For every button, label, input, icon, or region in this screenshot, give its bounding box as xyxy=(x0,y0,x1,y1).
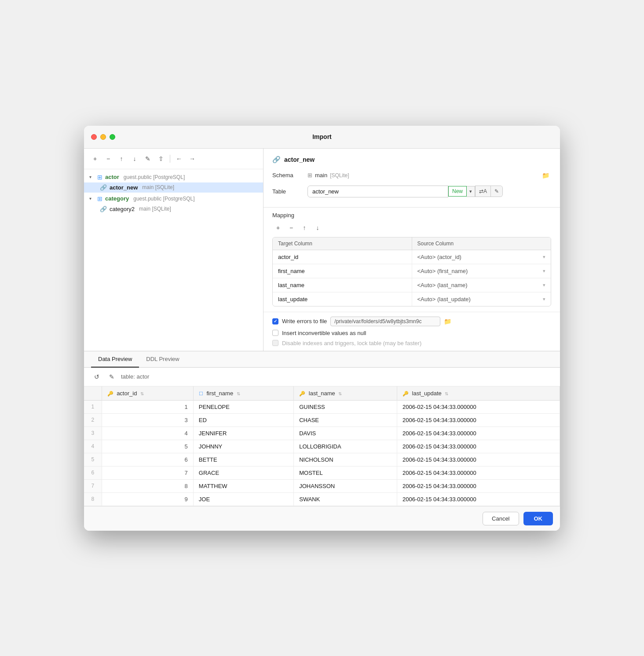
edit-icon-button[interactable]: ✎ xyxy=(490,186,502,197)
mapping-toolbar: + − ↑ ↓ xyxy=(272,222,551,233)
col-target-header: Target Column xyxy=(273,237,412,250)
table-row: 2 3 ED CHASE 2006-02-15 04:34:33.000000 xyxy=(84,413,560,426)
swap-icon-button[interactable]: ⇄A xyxy=(475,186,490,197)
source-last-name[interactable]: <Auto> (last_name) ▾ xyxy=(412,278,551,292)
link-icon: 🔗 xyxy=(272,156,281,164)
schema-icon: ⊞ xyxy=(307,172,312,179)
target-last-update: last_update xyxy=(273,292,412,306)
last-name-cell: MOSTEL xyxy=(294,466,397,479)
dialog-footer: Cancel OK xyxy=(84,506,560,531)
last-update-cell: 2006-02-15 04:34:33.000000 xyxy=(397,426,560,440)
dropdown-arrow-icon: ▾ xyxy=(543,282,545,288)
col-last-name-header[interactable]: 🔑 last_name ⇅ xyxy=(294,386,397,401)
move-out-button[interactable]: ⇧ xyxy=(155,153,167,164)
import-dialog: Import + − ↑ ↓ ✎ ⇧ ← → ▾ ⊞ xyxy=(84,126,560,531)
refresh-button[interactable]: ↺ xyxy=(91,371,102,383)
schema-name: main xyxy=(315,172,327,179)
chevron-down-icon: ▾ xyxy=(89,196,95,201)
mapping-label: Mapping xyxy=(272,208,551,222)
schema-value: ⊞ main [SQLite] xyxy=(307,172,349,179)
actor-label: actor xyxy=(105,174,119,180)
write-errors-row: Write errors to file 📁 xyxy=(272,317,551,326)
last-update-cell: 2006-02-15 04:34:33.000000 xyxy=(397,492,560,506)
data-preview-area: ↺ ✎ table: actor 🔑 actor_id ⇅ xyxy=(84,368,560,506)
ok-button[interactable]: OK xyxy=(523,512,553,525)
table-row: 5 6 BETTE NICHOLSON 2006-02-15 04:34:33.… xyxy=(84,453,560,466)
row-num: 4 xyxy=(84,440,102,453)
main-content: + − ↑ ↓ ✎ ⇧ ← → ▾ ⊞ actor guest.public [… xyxy=(84,149,560,351)
write-errors-checkbox[interactable] xyxy=(272,318,278,324)
new-badge-button[interactable]: New xyxy=(448,186,467,197)
source-last-update[interactable]: <Auto> (last_update) ▾ xyxy=(412,292,551,306)
category2-item[interactable]: 🔗 category2 main [SQLite] xyxy=(84,204,263,214)
mapping-down-button[interactable]: ↓ xyxy=(312,222,323,233)
window-title: Import xyxy=(312,133,332,140)
actor-id-cell: 5 xyxy=(102,440,193,453)
target-first-name: first_name xyxy=(273,264,412,278)
left-panel: + − ↑ ↓ ✎ ⇧ ← → ▾ ⊞ actor guest.public [… xyxy=(84,149,263,351)
col-last-update-header[interactable]: 🔑 last_update ⇅ xyxy=(397,386,560,401)
actor-new-item[interactable]: 🔗 actor_new main [SQLite] xyxy=(84,182,263,193)
forward-button[interactable]: → xyxy=(187,153,198,164)
insert-null-row: Insert inconvertible values as null xyxy=(272,330,551,336)
actor-id-cell: 9 xyxy=(102,492,193,506)
actor-new-label: actor_new xyxy=(110,184,138,191)
mapping-section: Mapping + − ↑ ↓ Target Column Source Col… xyxy=(263,208,560,312)
close-button[interactable] xyxy=(91,134,97,140)
minimize-button[interactable] xyxy=(100,134,106,140)
remove-button[interactable]: − xyxy=(102,153,114,164)
last-update-cell: 2006-02-15 04:34:33.000000 xyxy=(397,413,560,426)
table-dropdown-button[interactable]: ▾ xyxy=(467,186,475,197)
table-input[interactable] xyxy=(307,186,448,197)
data-table-wrap: 🔑 actor_id ⇅ ☐ first_name ⇅ 🔑 xyxy=(84,386,560,506)
move-up-button[interactable]: ↑ xyxy=(116,153,127,164)
tree-group-category-header[interactable]: ▾ ⊞ category guest.public [PostgreSQL] xyxy=(84,193,263,204)
edit-button[interactable]: ✎ xyxy=(142,153,154,164)
mapping-row-first-name: first_name <Auto> (first_name) ▾ xyxy=(273,264,551,278)
write-errors-path-input[interactable] xyxy=(330,317,440,326)
mapping-table-header: Target Column Source Column xyxy=(273,237,551,250)
first-name-cell: JENNIFER xyxy=(193,426,293,440)
back-button[interactable]: ← xyxy=(173,153,185,164)
cancel-button[interactable]: Cancel xyxy=(483,512,519,525)
mapping-up-button[interactable]: ↑ xyxy=(299,222,310,233)
table-icon-buttons: ⇄A ✎ xyxy=(475,186,503,197)
mapping-row-last-update: last_update <Auto> (last_update) ▾ xyxy=(273,292,551,306)
edit-preview-button[interactable]: ✎ xyxy=(106,371,117,383)
tab-ddl-preview[interactable]: DDL Preview xyxy=(139,351,186,368)
col-actor-id-header[interactable]: 🔑 actor_id ⇅ xyxy=(102,386,193,401)
schema-folder-button[interactable]: 📁 xyxy=(540,170,551,181)
tabs-bar: Data Preview DDL Preview xyxy=(84,351,560,368)
row-num: 8 xyxy=(84,492,102,506)
right-title: actor_new xyxy=(284,156,315,163)
mapping-row-last-name: last_name <Auto> (last_name) ▾ xyxy=(273,278,551,292)
last-name-cell: CHASE xyxy=(294,413,397,426)
maximize-button[interactable] xyxy=(110,134,115,140)
actor-id-cell: 1 xyxy=(102,400,193,413)
source-first-name[interactable]: <Auto> (first_name) ▾ xyxy=(412,264,551,278)
bottom-section: Data Preview DDL Preview ↺ ✎ table: acto… xyxy=(84,351,560,531)
row-num: 1 xyxy=(84,400,102,413)
actor-id-cell: 6 xyxy=(102,453,193,466)
write-errors-label: Write errors to file xyxy=(282,318,327,324)
category2-sublabel: main [SQLite] xyxy=(139,206,171,212)
mapping-remove-button[interactable]: − xyxy=(285,222,297,233)
last-update-cell: 2006-02-15 04:34:33.000000 xyxy=(397,466,560,479)
table-row: Table New ▾ ⇄A ✎ xyxy=(272,186,551,197)
col-first-name-header[interactable]: ☐ first_name ⇅ xyxy=(193,386,293,401)
actor-id-cell: 4 xyxy=(102,426,193,440)
mapping-add-button[interactable]: + xyxy=(272,222,284,233)
row-num: 6 xyxy=(84,466,102,479)
row-number-header xyxy=(84,386,102,401)
write-errors-folder-button[interactable]: 📁 xyxy=(444,318,451,325)
move-down-button[interactable]: ↓ xyxy=(129,153,140,164)
tab-data-preview[interactable]: Data Preview xyxy=(91,351,139,368)
disable-indexes-checkbox[interactable] xyxy=(272,340,278,346)
tree-group-actor-header[interactable]: ▾ ⊞ actor guest.public [PostgreSQL] xyxy=(84,172,263,182)
add-button[interactable]: + xyxy=(89,153,101,164)
table-row: 1 1 PENELOPE GUINESS 2006-02-15 04:34:33… xyxy=(84,400,560,413)
last-update-cell: 2006-02-15 04:34:33.000000 xyxy=(397,453,560,466)
source-actor-id[interactable]: <Auto> (actor_id) ▾ xyxy=(412,250,551,264)
last-name-cell: NICHOLSON xyxy=(294,453,397,466)
insert-null-checkbox[interactable] xyxy=(272,330,278,336)
